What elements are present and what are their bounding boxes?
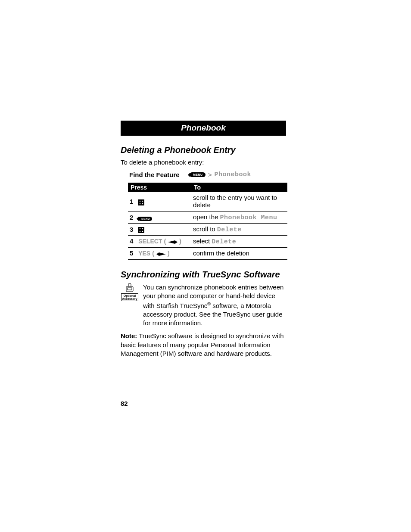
find-the-feature-label: Find the Feature (129, 171, 190, 178)
svg-rect-13 (128, 288, 132, 290)
svg-point-9 (142, 231, 143, 232)
step-action-text: scroll to (193, 225, 217, 233)
table-row: 1 scroll to the entry you want to delete (128, 192, 287, 212)
svg-point-6 (140, 228, 141, 230)
table-row: 2 MENU open the Phonebook Menu (128, 212, 287, 224)
softkey-label: YES (138, 250, 150, 257)
step-action-text: confirm the deletion (193, 249, 249, 257)
svg-rect-0 (138, 199, 144, 205)
step-action-text: open the (193, 213, 220, 221)
find-the-feature-path: MENU > Phonebook (190, 171, 251, 178)
scroll-key-icon (138, 227, 144, 233)
left-softkey-icon (156, 250, 166, 258)
table-row: 5 YES ( ) confirm the deletion (128, 248, 287, 260)
paren-close: ) (168, 249, 170, 257)
step-action-text: select (193, 237, 212, 245)
step-number: 5 (130, 249, 137, 257)
step-number: 4 (130, 237, 137, 245)
step-action-mono: Delete (212, 238, 236, 246)
intro-text: To delete a phonebook entry: (121, 159, 286, 166)
paren-open: ( (152, 249, 154, 257)
right-softkey-icon (168, 238, 177, 246)
page-title-bar: Phonebook (121, 121, 286, 136)
badge-line1: Optional (122, 294, 137, 297)
svg-point-4 (142, 203, 143, 204)
svg-rect-12 (126, 286, 133, 292)
manual-page: Phonebook Deleting a Phonebook Entry To … (0, 0, 411, 532)
menu-key-icon: MENU (138, 217, 152, 221)
step-number: 1 (130, 198, 137, 205)
steps-table: Press To 1 scroll to the entry you want … (128, 183, 287, 260)
menu-key-icon: MENU (190, 172, 206, 177)
feature-target: Phonebook (214, 171, 251, 178)
svg-marker-10 (168, 240, 177, 244)
step-number: 2 (130, 214, 137, 221)
col-header-to: To (191, 183, 287, 192)
registered-symbol: ® (207, 301, 211, 306)
note-label: Note: (121, 332, 137, 339)
svg-point-8 (140, 231, 141, 232)
table-row: 3 scroll to Delete (128, 224, 287, 236)
truesync-note: Note: TrueSync software is designed to s… (121, 332, 286, 358)
heading-truesync: Synchronizing with TrueSync Software (121, 270, 286, 280)
svg-point-2 (142, 200, 143, 202)
svg-point-7 (142, 228, 143, 230)
table-row: 4 SELECT ( ) select Delete (128, 236, 287, 248)
heading-deleting-entry: Deleting a Phonebook Entry (121, 145, 286, 155)
badge-line2: Accessory (122, 297, 137, 300)
paren-open: ( (164, 237, 166, 245)
step-number: 3 (130, 226, 137, 233)
step-action-mono: Delete (217, 226, 242, 233)
scroll-key-icon (138, 199, 144, 205)
breadcrumb-separator: > (208, 171, 212, 178)
col-header-press: Press (128, 183, 191, 192)
note-body: TrueSync software is designed to synchro… (121, 332, 284, 357)
page-number: 82 (121, 400, 128, 407)
truesync-paragraph: You can synchronize phonebook entries be… (143, 283, 286, 327)
find-the-feature-row: Find the Feature MENU > Phonebook (129, 171, 286, 178)
softkey-label: SELECT (138, 238, 162, 245)
paren-close: ) (179, 237, 181, 245)
svg-marker-11 (156, 252, 166, 256)
step-action-text: scroll to the entry you want to delete (193, 194, 277, 208)
svg-rect-5 (138, 227, 144, 233)
truesync-body: Optional Accessory You can synchronize p… (121, 283, 286, 327)
step-action-mono: Phonebook Menu (220, 214, 277, 221)
svg-point-3 (140, 203, 141, 204)
optional-accessory-icon: Optional Accessory (121, 283, 139, 327)
svg-point-1 (140, 200, 141, 202)
